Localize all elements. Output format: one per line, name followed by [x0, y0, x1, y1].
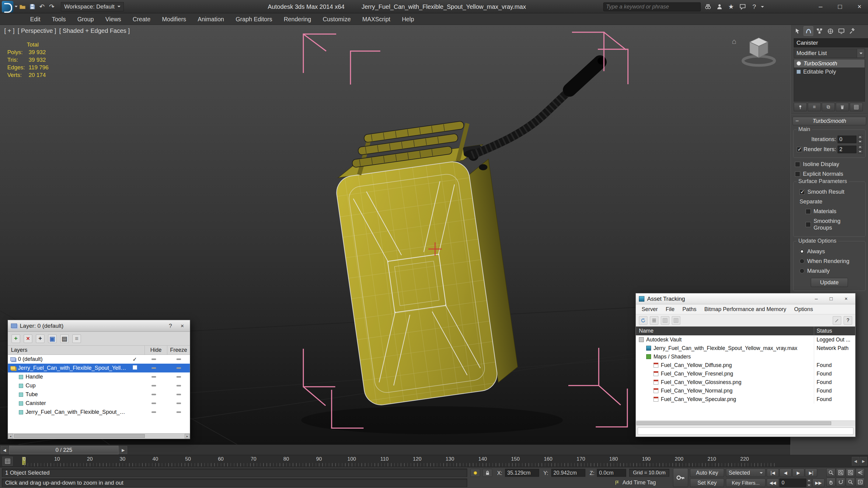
materials-checkbox[interactable]	[806, 209, 811, 214]
pan-hand-icon[interactable]	[826, 478, 835, 486]
modifier-stack-item[interactable]: TurboSmooth	[794, 59, 865, 67]
isolate-selection-icon[interactable]	[470, 469, 480, 477]
hide-toggle[interactable]	[143, 358, 165, 360]
previous-frame-button[interactable]: ◀	[779, 468, 792, 477]
communication-center-icon[interactable]	[738, 2, 747, 11]
key-filter-dropdown[interactable]: Selected	[726, 468, 766, 477]
hide-toggle[interactable]	[143, 367, 165, 369]
freeze-toggle[interactable]	[167, 402, 190, 404]
tab-motion[interactable]	[826, 26, 835, 36]
editable-poly-icon[interactable]	[797, 70, 801, 74]
smooth-result-checkbox[interactable]	[800, 189, 805, 195]
menu-customize[interactable]: Customize	[317, 13, 356, 25]
list-view-icon[interactable]	[650, 316, 658, 325]
open-file-button[interactable]	[18, 2, 27, 11]
update-when-rendering-radio[interactable]	[800, 259, 804, 264]
zoom-extents-icon[interactable]	[846, 468, 855, 477]
asset-maximize-button[interactable]: □	[825, 295, 837, 303]
layer-row[interactable]: Canister	[8, 399, 190, 408]
layer-row[interactable]: Handle	[8, 372, 190, 381]
3ds-max-logo-icon[interactable]	[2, 1, 13, 12]
tab-create[interactable]	[793, 26, 802, 36]
scroll-left-icon[interactable]: ◂	[8, 434, 13, 438]
column-hide[interactable]: Hide	[145, 346, 167, 355]
field-of-view-icon[interactable]	[856, 468, 865, 477]
asset-row[interactable]: Fuel_Can_Yellow_Normal.pngFound	[636, 386, 855, 395]
modifier-stack-item[interactable]: Editable Poly	[794, 67, 865, 76]
select-highlighted-objects-icon[interactable]: ▣	[48, 334, 57, 343]
asset-row[interactable]: Autodesk VaultLogged Out ...	[636, 335, 855, 344]
viewcube-cube[interactable]	[750, 38, 768, 58]
auto-key-button[interactable]: Auto Key	[690, 468, 724, 477]
delete-layer-icon[interactable]: ×	[24, 334, 32, 343]
turbosmooth-rollout-header[interactable]: − TurboSmooth	[793, 117, 866, 125]
freeze-toggle[interactable]	[167, 385, 190, 386]
viewcube-home-icon[interactable]: ⌂	[732, 37, 737, 45]
asset-row[interactable]: Fuel_Can_Yellow_Diffuse.pngFound	[636, 361, 855, 369]
update-manually-radio[interactable]	[800, 268, 804, 273]
tab-utilities[interactable]	[847, 26, 857, 36]
asset-menu-options[interactable]: Options	[790, 306, 817, 313]
menu-create[interactable]: Create	[127, 13, 156, 25]
make-unique-button[interactable]: ⧉	[822, 103, 835, 111]
pin-stack-button[interactable]	[794, 103, 807, 111]
zoom-icon[interactable]	[826, 468, 835, 477]
render-iters-checkbox[interactable]	[797, 147, 802, 152]
menu-tools[interactable]: Tools	[46, 13, 72, 25]
highlight-selected-objects-layer-icon[interactable]: ▤	[60, 334, 69, 343]
help-menu-arrow-icon[interactable]	[761, 6, 764, 9]
menu-graph-editors[interactable]: Graph Editors	[230, 13, 278, 25]
tab-display[interactable]	[836, 26, 846, 36]
smoothing-groups-checkbox[interactable]	[806, 222, 811, 227]
asset-row[interactable]: Fuel_Can_Yellow_Glossiness.pngFound	[636, 378, 855, 386]
maximize-viewport-toggle-icon[interactable]	[856, 478, 865, 486]
orbit-icon[interactable]	[836, 478, 845, 486]
hide-toggle[interactable]	[143, 411, 165, 413]
previous-key-button[interactable]: ◀◀	[767, 479, 779, 487]
freeze-toggle[interactable]	[167, 411, 190, 413]
add-selection-to-layer-icon[interactable]: +	[36, 334, 44, 343]
time-slider-next-button[interactable]: ▶	[119, 446, 127, 454]
track-bar-ruler[interactable]: 0102030405060708090100110120130140150160…	[0, 455, 868, 467]
frame-spinner[interactable]	[807, 479, 812, 487]
app-menu-arrow-icon[interactable]	[14, 6, 18, 9]
menu-rendering[interactable]: Rendering	[278, 13, 317, 25]
layer-dialog-titlebar[interactable]: Layer: 0 (default) ? ×	[8, 320, 190, 332]
asset-row[interactable]: Maps / Shaders	[636, 352, 855, 361]
set-key-button[interactable]: Set Key	[690, 479, 724, 487]
workspace-dropdown[interactable]: Workspace: Default	[61, 2, 124, 11]
layer-properties-icon[interactable]: ≡	[72, 334, 81, 343]
add-time-tag-button[interactable]: Add Time Tag	[615, 480, 656, 486]
configure-modifier-sets-button[interactable]	[850, 103, 863, 111]
go-to-end-button[interactable]: ▶|	[805, 468, 817, 477]
current-layer-indicator[interactable]	[130, 365, 140, 371]
key-filters-button[interactable]: Key Filters...	[726, 479, 766, 487]
viewport-general-menu[interactable]: [ + ]	[4, 27, 14, 34]
asset-menu-paths[interactable]: Paths	[678, 306, 700, 313]
freeze-toggle[interactable]	[167, 367, 190, 369]
asset-menu-server[interactable]: Server	[638, 306, 662, 313]
modifier-enable-icon[interactable]	[797, 61, 801, 66]
iterations-input[interactable]	[838, 136, 857, 143]
zoom-all-icon[interactable]	[836, 468, 845, 477]
table-view-icon[interactable]	[672, 316, 680, 325]
time-slider-previous-button[interactable]: ◀	[1, 446, 8, 454]
go-to-start-button[interactable]: |◀	[767, 468, 779, 477]
scrollbar-thumb[interactable]	[637, 421, 831, 425]
iterations-spinner[interactable]	[858, 135, 863, 143]
freeze-toggle[interactable]	[167, 376, 190, 378]
tab-hierarchy[interactable]	[814, 26, 824, 36]
tab-modify[interactable]	[804, 26, 813, 36]
layer-row[interactable]: Jerry_Fuel_Can_with_Flexible_Spout_Yello…	[8, 364, 190, 372]
menu-help[interactable]: Help	[396, 13, 420, 25]
layer-dialog-help-button[interactable]: ?	[166, 322, 175, 330]
coordinate-z-input[interactable]	[597, 469, 626, 477]
coordinate-y-input[interactable]	[551, 469, 585, 477]
asset-row[interactable]: Fuel_Can_Yellow_Specular.pngFound	[636, 395, 855, 403]
render-iters-spinner[interactable]	[858, 145, 863, 154]
layer-row[interactable]: Jerry_Fuel_Can_with_Flexible_Spout_Yello…	[8, 408, 190, 417]
asset-row[interactable]: Jerry_Fuel_Can_with_Flexible_Spout_Yello…	[636, 344, 855, 352]
freeze-toggle[interactable]	[167, 394, 190, 395]
asset-close-button[interactable]: ×	[840, 295, 852, 303]
sign-in-icon[interactable]	[715, 2, 724, 11]
